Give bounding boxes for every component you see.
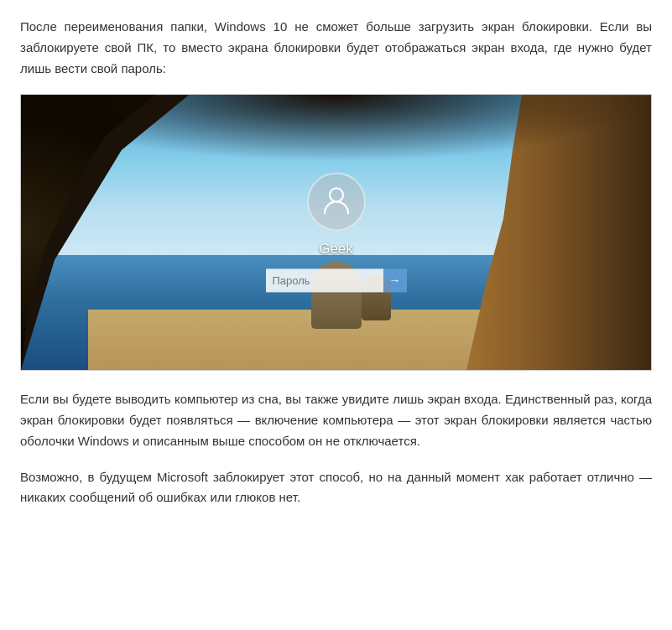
bottom-section: Если вы будете выводить компьютер из сна… bbox=[20, 389, 652, 508]
avatar-circle bbox=[307, 173, 366, 232]
password-submit-button[interactable]: → bbox=[383, 269, 407, 293]
screenshot-image: Geek → bbox=[20, 94, 652, 371]
cave-top-arch bbox=[21, 95, 651, 162]
svg-point-0 bbox=[330, 188, 343, 201]
paragraph-2: Если вы будете выводить компьютер из сна… bbox=[20, 389, 652, 451]
intro-paragraph: После переименования папки, Windows 10 н… bbox=[20, 17, 652, 79]
password-input[interactable] bbox=[266, 269, 383, 293]
username-label: Geek bbox=[319, 238, 353, 261]
login-overlay: Geek → bbox=[266, 173, 407, 293]
password-row: → bbox=[266, 269, 407, 293]
user-icon bbox=[320, 184, 352, 220]
paragraph-3: Возможно, в будущем Microsoft заблокируе… bbox=[20, 467, 652, 509]
